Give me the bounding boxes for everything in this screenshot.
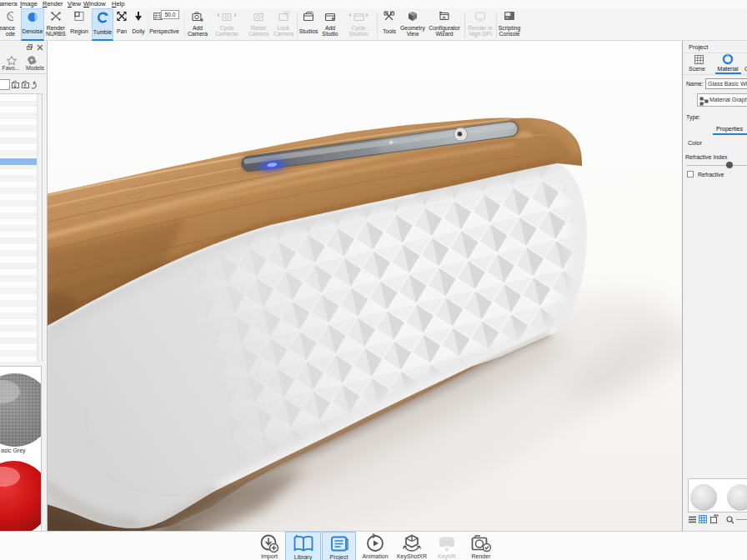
svg-text:asic Grey: asic Grey xyxy=(1,448,26,454)
